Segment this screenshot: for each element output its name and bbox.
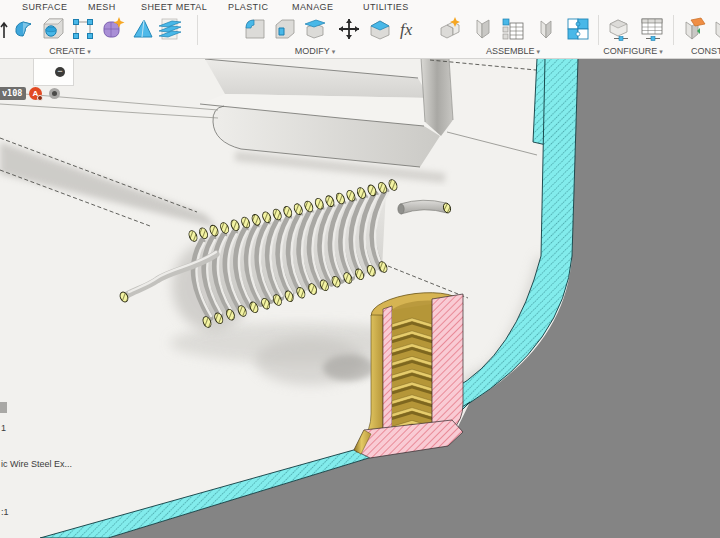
browser-item-fragment[interactable]: ic Wire Steel Ex... xyxy=(1,459,72,469)
avatar-status-dot xyxy=(37,95,43,101)
group-separator xyxy=(197,15,198,45)
model-viewport[interactable] xyxy=(0,58,720,538)
shell-icon[interactable] xyxy=(302,16,328,42)
mini-popup: − xyxy=(33,58,74,86)
fillet-icon[interactable] xyxy=(242,16,268,42)
combine-icon[interactable] xyxy=(367,16,393,42)
create-form-icon[interactable] xyxy=(100,16,126,42)
tab-surface[interactable]: SURFACE xyxy=(22,2,67,12)
construct-plane-icon[interactable] xyxy=(681,16,707,42)
version-badge: v108 xyxy=(0,87,26,100)
chevron-down-icon: ▾ xyxy=(332,48,336,55)
edit-form-icon[interactable] xyxy=(70,16,96,42)
fx-glyph: fx xyxy=(400,20,413,39)
group-label-create[interactable]: CREATE▾ xyxy=(40,46,100,56)
browser-item-fragment[interactable]: :1 xyxy=(1,507,9,517)
tab-plastic[interactable]: PLASTIC xyxy=(228,2,268,12)
derive-icon[interactable] xyxy=(470,16,496,42)
browser-item-fragment[interactable]: 1 xyxy=(1,423,6,433)
collapse-minus-icon[interactable]: − xyxy=(55,67,65,77)
group-label-assemble[interactable]: ASSEMBLE▾ xyxy=(478,46,548,56)
chevron-down-icon: ▾ xyxy=(659,48,663,55)
joint-icon[interactable] xyxy=(565,16,591,42)
group-label-construct[interactable]: CONST xyxy=(691,46,720,56)
bom-table-icon[interactable] xyxy=(500,16,526,42)
tab-sheet-metal[interactable]: SHEET METAL xyxy=(141,2,207,12)
clipped-icon[interactable] xyxy=(712,16,720,42)
group-separator xyxy=(673,15,674,45)
chevron-down-icon: ▾ xyxy=(87,48,91,55)
fusion-app-window: SURFACE MESH SHEET METAL PLASTIC MANAGE … xyxy=(0,0,720,538)
tab-mesh[interactable]: MESH xyxy=(88,2,116,12)
record-ring-icon[interactable] xyxy=(49,88,60,99)
configure-table-icon[interactable] xyxy=(639,16,665,42)
move-icon[interactable] xyxy=(336,16,362,42)
new-component-icon[interactable] xyxy=(437,16,463,42)
mesh-triangle-icon[interactable] xyxy=(130,16,156,42)
group-label-configure[interactable]: CONFIGURE▾ xyxy=(598,46,668,56)
slice-planes-icon[interactable] xyxy=(157,16,183,42)
tab-utilities[interactable]: UTILITIES xyxy=(363,2,409,12)
cylinder-cube-icon[interactable] xyxy=(40,16,66,42)
avatar[interactable]: A xyxy=(29,87,42,100)
sweep-icon[interactable] xyxy=(12,16,38,42)
joint-origin-icon[interactable] xyxy=(533,16,559,42)
group-separator xyxy=(598,15,599,45)
group-label-modify[interactable]: MODIFY▾ xyxy=(285,46,345,56)
configure-box-icon[interactable] xyxy=(606,16,632,42)
tab-manage[interactable]: MANAGE xyxy=(292,2,333,12)
browser-item-icon xyxy=(0,402,7,413)
ribbon-toolbar: SURFACE MESH SHEET METAL PLASTIC MANAGE … xyxy=(0,0,720,59)
chevron-down-icon: ▾ xyxy=(537,48,541,55)
change-parameters-icon[interactable]: fx xyxy=(397,16,423,42)
press-pull-icon[interactable] xyxy=(272,16,298,42)
